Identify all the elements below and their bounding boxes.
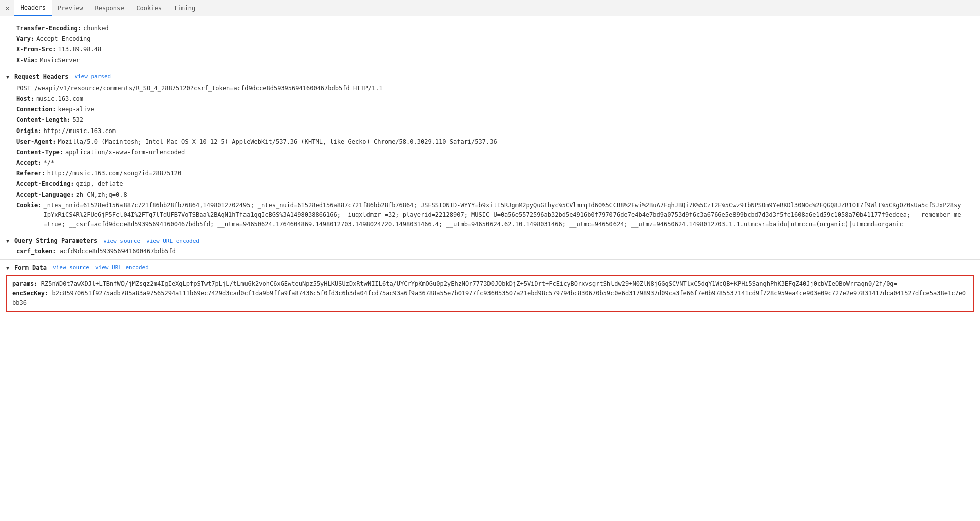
header-value: _ntes_nnid=61528ed156a887c721f86bb28fb76…	[44, 201, 964, 230]
request-headers-title: Request Headers	[14, 73, 68, 80]
header-row: Connection: keep-alive	[16, 104, 964, 115]
request-headers-section: ▼ Request Headers view parsed POST /weap…	[0, 69, 980, 234]
form-data-highlighted: params: RZ5nWD0t7awXDJl+LTBnfWO/jMZsqz2m…	[6, 275, 974, 312]
header-row: Accept-Language: zh-CN,zh;q=0.8	[16, 190, 964, 200]
header-row-cookie: Cookie: _ntes_nnid=61528ed156a887c721f86…	[16, 200, 964, 230]
param-name: csrf_token:	[16, 248, 56, 255]
header-row: Vary: Accept-Encoding	[16, 34, 964, 44]
triangle-icon: ▼	[6, 265, 11, 270]
param-value: b2c85970651f9275adb785a83a97565294a111b6…	[12, 290, 966, 306]
view-url-encoded-link[interactable]: view URL encoded	[95, 264, 149, 271]
header-row: X-From-Src: 113.89.98.48	[16, 44, 964, 55]
header-value: zh-CN,zh;q=0.8	[76, 190, 127, 200]
form-data-section: ▼ Form Data view source view URL encoded…	[0, 260, 980, 317]
header-value: 113.89.98.48	[58, 45, 101, 54]
response-headers-partial: Transfer-Encoding: chunked Vary: Accept-…	[0, 20, 980, 69]
header-row: X-Via: MusicServer	[16, 55, 964, 66]
param-value: RZ5nWD0t7awXDJl+LTBnfWO/jMZsqz2m4IgIeXgL…	[41, 280, 897, 287]
query-string-section: ▼ Query String Parameters view source vi…	[0, 233, 980, 259]
header-name: Accept-Language:	[16, 190, 74, 200]
view-parsed-link[interactable]: view parsed	[74, 73, 111, 80]
header-row: Transfer-Encoding: chunked	[16, 23, 964, 34]
form-data-title: Form Data	[14, 264, 47, 271]
header-name: User-Agent:	[16, 137, 56, 147]
header-name: Cookie:	[16, 201, 42, 230]
header-row: Accept-Encoding: gzip, deflate	[16, 179, 964, 189]
view-source-link[interactable]: view source	[53, 264, 89, 271]
tab-response[interactable]: Response	[89, 0, 131, 16]
header-value: 532	[72, 115, 83, 125]
header-name: X-From-Src:	[16, 45, 56, 54]
query-param-row: csrf_token: acfd9dcce8d593956941600467bd…	[0, 246, 980, 257]
header-name: Accept-Encoding:	[16, 179, 74, 189]
triangle-icon: ▼	[6, 74, 11, 79]
header-row: Origin: http://music.163.com	[16, 126, 964, 137]
header-row: User-Agent: Mozilla/5.0 (Macintosh; Inte…	[16, 137, 964, 147]
header-row: Accept: */*	[16, 158, 964, 168]
tab-cookies[interactable]: Cookies	[130, 0, 168, 16]
form-data-row-params: params: RZ5nWD0t7awXDJl+LTBnfWO/jMZsqz2m…	[12, 279, 968, 289]
content-area: Transfer-Encoding: chunked Vary: Accept-…	[0, 16, 980, 521]
header-name: Accept:	[16, 158, 42, 168]
header-name: Vary:	[16, 34, 34, 44]
header-row: Referer: http://music.163.com/song?id=28…	[16, 168, 964, 179]
header-value: */*	[44, 158, 55, 168]
form-data-row-encseckey: encSecKey: b2c85970651f9275adb785a83a975…	[12, 289, 968, 308]
tab-preview[interactable]: Preview	[52, 0, 89, 16]
devtools-panel: × Headers Preview Response Cookies Timin…	[0, 0, 980, 521]
tab-headers[interactable]: Headers	[14, 0, 52, 16]
header-value: http://music.163.com	[44, 126, 116, 136]
header-value: chunked	[83, 24, 109, 33]
header-value: application/x-www-form-urlencoded	[65, 148, 185, 157]
view-url-encoded-link[interactable]: view URL encoded	[146, 238, 199, 244]
param-name: encSecKey:	[12, 290, 48, 297]
close-button[interactable]: ×	[2, 2, 12, 14]
query-string-title: Query String Parameters	[14, 237, 97, 244]
header-name: Referer:	[16, 169, 45, 178]
tab-timing[interactable]: Timing	[168, 0, 201, 16]
header-value: keep-alive	[58, 105, 94, 114]
header-name: Content-Length:	[16, 115, 70, 125]
header-name: Transfer-Encoding:	[16, 24, 81, 33]
query-string-toggle[interactable]: ▼ Query String Parameters view source vi…	[0, 235, 980, 246]
header-row: Content-Length: 532	[16, 115, 964, 125]
header-name: Content-Type:	[16, 148, 63, 157]
header-row: Host: music.163.com	[16, 94, 964, 104]
header-value: Mozilla/5.0 (Macintosh; Intel Mac OS X 1…	[58, 137, 497, 147]
header-row: Content-Type: application/x-www-form-url…	[16, 147, 964, 158]
header-name: Host:	[16, 94, 34, 104]
header-value: Accept-Encoding	[36, 34, 90, 44]
request-headers-table: POST /weapi/v1/resource/comments/R_SO_4_…	[0, 82, 980, 231]
tabs-bar: × Headers Preview Response Cookies Timin…	[0, 0, 980, 16]
header-name: Connection:	[16, 105, 56, 114]
header-name: X-Via:	[16, 56, 38, 65]
header-value: music.163.com	[36, 94, 83, 104]
view-source-link[interactable]: view source	[103, 238, 140, 244]
triangle-icon: ▼	[6, 238, 11, 243]
form-data-toggle[interactable]: ▼ Form Data view source view URL encoded	[0, 262, 980, 273]
header-value: http://music.163.com/song?id=28875120	[47, 169, 181, 178]
request-line: POST /weapi/v1/resource/comments/R_SO_4_…	[16, 83, 964, 94]
header-value: gzip, deflate	[76, 179, 124, 189]
header-name: Origin:	[16, 126, 42, 136]
request-headers-toggle[interactable]: ▼ Request Headers view parsed	[0, 71, 980, 82]
header-value: MusicServer	[40, 56, 79, 65]
param-name: params:	[12, 280, 38, 287]
response-headers-table: Transfer-Encoding: chunked Vary: Accept-…	[0, 22, 980, 67]
param-value: acfd9dcce8d593956941600467bdb5fd	[60, 248, 176, 255]
